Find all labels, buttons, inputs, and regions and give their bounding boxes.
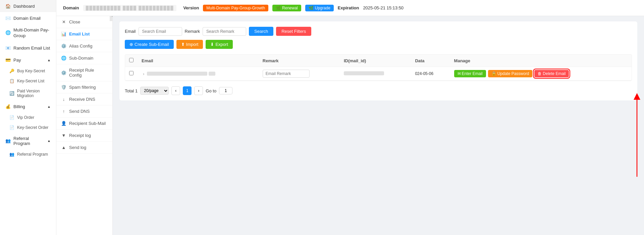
prev-page-button[interactable]: ‹	[171, 86, 180, 95]
table-header-row: Email Remark ID(mail_id) D	[125, 55, 632, 67]
sidebar-item-vip-order[interactable]: 📄 Vip Order	[0, 112, 56, 123]
row-data-cell: 024-05-06	[411, 67, 450, 81]
sidebar-item-buy-key-secret[interactable]: 🔑 Buy Key-Secret	[0, 66, 56, 76]
sidebar-item-billing[interactable]: 💰 Billing ▲	[0, 101, 56, 112]
panel-item-recipient-sub-mail[interactable]: 👤 Recipient Sub-Mail	[56, 118, 112, 130]
goto-page-input[interactable]	[219, 87, 232, 94]
email-blurred-tag	[209, 72, 215, 76]
content-wrapper: Email Remark Search Reset Filters ⊕ Crea…	[113, 16, 644, 235]
expand-row-button[interactable]: ›	[142, 71, 146, 77]
panel-item-receipt-rule[interactable]: ⚙️ Receipt Rule Config	[56, 64, 112, 81]
row-email-cell: ›	[138, 67, 259, 81]
remark-input-field[interactable]	[263, 70, 310, 78]
next-page-button[interactable]: ›	[194, 86, 203, 95]
dashboard-icon: 🏠	[5, 3, 11, 9]
sidebar-item-paid-version[interactable]: 🔄 Paid Version Migration	[0, 86, 56, 101]
page-1-button[interactable]: 1	[183, 86, 192, 95]
row-manage-cell: ✉ Enter Email 🔒 Update Password	[450, 67, 632, 81]
panel-item-send-log[interactable]: ▲ Send log	[56, 142, 112, 154]
receive-dns-icon: ↓	[61, 97, 66, 102]
chevron-up-billing-icon: ▲	[47, 105, 51, 108]
email-blurred-value	[147, 72, 207, 76]
email-table-wrapper: Email Remark ID(mail_id) D	[125, 54, 632, 81]
email-search-input[interactable]	[139, 27, 182, 36]
delete-email-button[interactable]: 🗑 Delete Email	[534, 70, 569, 77]
email-icon: ✉️	[5, 15, 11, 21]
recipient-icon: 👤	[61, 121, 66, 126]
topbar: Domain ██████████ ████ ██████████ Versio…	[56, 0, 644, 16]
alias-icon: ⚙️	[61, 44, 66, 49]
header-id: ID(mail_id)	[340, 55, 411, 67]
pay-icon: 💳	[5, 58, 11, 63]
vip-icon: 📄	[9, 115, 14, 120]
panel-item-receipt-log[interactable]: ▼ Receipt log	[56, 130, 112, 142]
panel-item-close[interactable]: ✕ Close	[56, 16, 112, 28]
sidebar-item-key-secret-list[interactable]: 📋 Key-Secret List	[0, 76, 56, 86]
expiration-value: 2025-05-21 15:13:50	[363, 5, 404, 10]
expiration-label: Expiration	[338, 5, 359, 10]
select-all-checkbox[interactable]	[129, 58, 133, 62]
sidebar-item-random-email[interactable]: 📧 Random Email List	[0, 42, 56, 54]
row-remark-cell	[259, 67, 340, 81]
enter-icon: ✉	[458, 71, 461, 76]
sidebar-item-dashboard[interactable]: 🏠 Dashboard	[0, 0, 56, 12]
update-password-button[interactable]: 🔒 Update Password	[488, 70, 533, 77]
upgrade-badge: 🌿 Upgrade	[305, 5, 334, 11]
row-checkbox[interactable]	[129, 71, 133, 75]
receipt-rule-icon: ⚙️	[61, 70, 66, 75]
email-list-card: Email Remark Search Reset Filters ⊕ Crea…	[119, 21, 637, 100]
version-label: Version	[183, 5, 199, 10]
row-checkbox-cell	[125, 67, 138, 81]
version-badge: Multi-Domain Pay-Group-Growth	[203, 5, 268, 11]
renewal-badge: 🌿 Renewal	[272, 5, 301, 11]
row-id-cell	[340, 67, 411, 81]
total-count: Total 1	[125, 88, 138, 93]
header-data: Data	[411, 55, 450, 67]
sidebar-item-referral-program2[interactable]: 👥 Referral Program	[0, 149, 56, 159]
reset-filters-button[interactable]: Reset Filters	[276, 27, 311, 36]
panel-item-spam-filtering[interactable]: 🛡️ Spam filtering	[56, 81, 112, 93]
lock-icon: 🔒	[491, 71, 496, 76]
main-area: Domain ██████████ ████ ██████████ Versio…	[56, 0, 644, 235]
search-button[interactable]: Search	[249, 27, 273, 36]
enter-email-button[interactable]: ✉ Enter Email	[454, 70, 486, 77]
referral2-icon: 👥	[9, 152, 14, 157]
panel-item-receive-dns[interactable]: ↓ Receive DNS	[56, 93, 112, 105]
panel-item-send-dns[interactable]: ↑ Send DNS	[56, 105, 112, 118]
remark-filter-label: Remark	[185, 29, 200, 34]
close-icon: ✕	[61, 19, 66, 24]
referral-icon: 👥	[5, 138, 11, 143]
chart-icon: 📊	[61, 31, 66, 36]
header-email: Email	[138, 55, 259, 67]
page-size-select[interactable]: 10/page 20/page 50/page 100/page	[140, 87, 169, 95]
leaf-icon: 🌿	[276, 6, 281, 10]
export-button[interactable]: ⬇ Export	[206, 40, 233, 49]
sidebar-item-pay[interactable]: 💳 Pay ▲	[0, 54, 56, 66]
send-log-icon: ▲	[61, 145, 66, 150]
spam-icon: 🛡️	[61, 85, 66, 90]
import-button[interactable]: ⬆ Import	[176, 40, 203, 49]
delete-icon: 🗑	[538, 71, 542, 76]
domain-label: Domain	[63, 5, 79, 10]
id-blurred-value	[344, 71, 384, 75]
sidebar-item-referral-program[interactable]: 👥 Referral Program ▲	[0, 133, 56, 149]
sidebar-item-domain-email[interactable]: ✉️ Domain Email	[0, 12, 56, 24]
chevron-up-referral-icon: ▲	[47, 139, 51, 143]
sidebar-item-multi-domain[interactable]: 🌐 Multi-Domain Pay-Group	[0, 24, 56, 42]
action-row: ⊕ Create Sub-Email ⬆ Import ⬇ Export	[125, 40, 632, 49]
email-table: Email Remark ID(mail_id) D	[125, 55, 632, 81]
remark-search-input[interactable]	[203, 27, 246, 36]
list-icon: 📧	[5, 46, 11, 51]
filter-row: Email Remark Search Reset Filters	[125, 27, 632, 36]
export-icon: ⬇	[210, 42, 214, 47]
panel-item-email-list[interactable]: 📊 Email List	[56, 28, 112, 40]
domain-value: ██████████ ████ ██████████	[83, 5, 177, 11]
send-dns-icon: ↑	[61, 109, 66, 114]
create-sub-email-button[interactable]: ⊕ Create Sub-Email	[125, 40, 174, 49]
email-filter-label: Email	[125, 29, 136, 34]
sidebar-item-key-secret-order[interactable]: 📄 Key-Secret Order	[0, 123, 56, 133]
header-remark: Remark	[259, 55, 340, 67]
panel-item-alias-config[interactable]: ⚙️ Alias Config	[56, 40, 112, 52]
panel-item-sub-domain[interactable]: 🌐 Sub-Domain	[56, 52, 112, 64]
panel-toggle[interactable]: ‹	[110, 16, 113, 21]
